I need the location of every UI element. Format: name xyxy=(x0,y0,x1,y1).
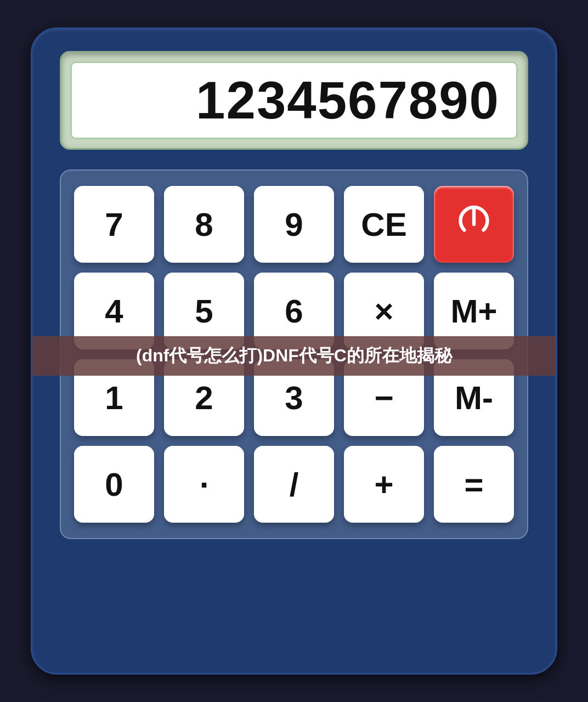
display-outer: 1234567890 xyxy=(60,51,528,150)
btn-power[interactable] xyxy=(434,186,514,263)
btn-9[interactable]: 9 xyxy=(254,186,334,263)
btn-plus[interactable]: + xyxy=(344,446,424,523)
btn-divide[interactable]: / xyxy=(254,446,334,523)
display-inner: 1234567890 xyxy=(70,61,518,139)
banner-text: (dnf代号怎么打)DNF代号C的所在地揭秘 xyxy=(136,346,452,365)
btn-0[interactable]: 0 xyxy=(74,446,154,523)
display-value: 1234567890 xyxy=(196,71,500,129)
btn-dot[interactable]: · xyxy=(164,446,244,523)
btn-equals[interactable]: = xyxy=(434,446,514,523)
calculator: 1234567890 789CE456×M+123−M-0·/+= (dnf代号… xyxy=(31,27,557,675)
btn-7[interactable]: 7 xyxy=(74,186,154,263)
banner: (dnf代号怎么打)DNF代号C的所在地揭秘 xyxy=(32,336,556,376)
btn-ce[interactable]: CE xyxy=(344,186,424,263)
power-icon xyxy=(455,205,493,244)
btn-8[interactable]: 8 xyxy=(164,186,244,263)
